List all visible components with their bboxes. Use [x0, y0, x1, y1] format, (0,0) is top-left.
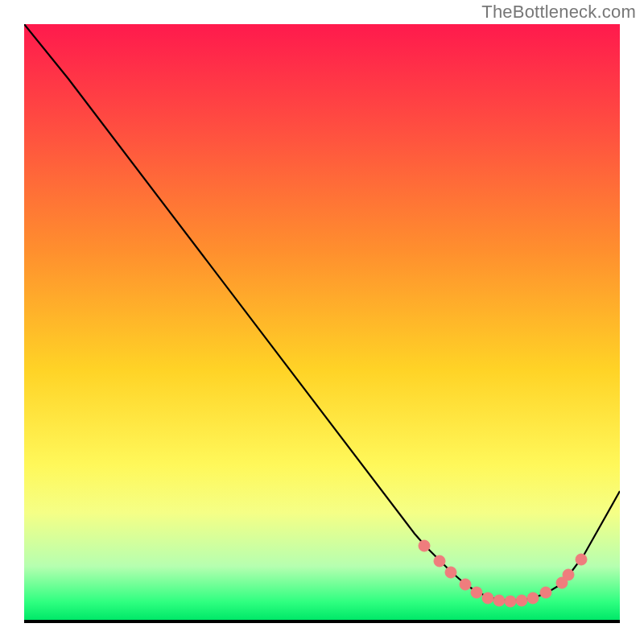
- chart-container: TheBottleneck.com: [0, 0, 644, 644]
- svg-point-12: [563, 569, 574, 580]
- svg-point-13: [576, 554, 587, 565]
- svg-point-8: [516, 595, 527, 606]
- svg-point-6: [493, 595, 505, 606]
- valley-markers: [419, 540, 587, 607]
- svg-point-7: [505, 596, 516, 607]
- svg-point-9: [527, 592, 539, 604]
- svg-point-2: [445, 567, 456, 578]
- svg-point-5: [482, 592, 493, 604]
- svg-point-4: [471, 587, 482, 598]
- main-curve: [24, 24, 620, 601]
- x-axis-line: [24, 620, 620, 623]
- svg-point-10: [540, 587, 551, 598]
- svg-point-3: [460, 579, 471, 590]
- watermark-text: TheBottleneck.com: [481, 2, 636, 23]
- curve-svg: [24, 24, 620, 620]
- svg-point-1: [434, 555, 445, 567]
- svg-point-0: [419, 540, 430, 551]
